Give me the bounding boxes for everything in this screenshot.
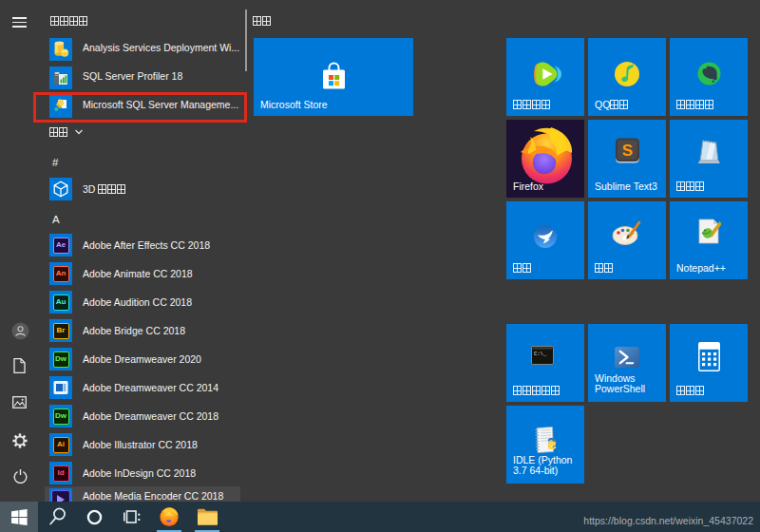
svg-text:S: S — [622, 142, 633, 160]
svg-text:C:\_: C:\_ — [534, 352, 547, 357]
